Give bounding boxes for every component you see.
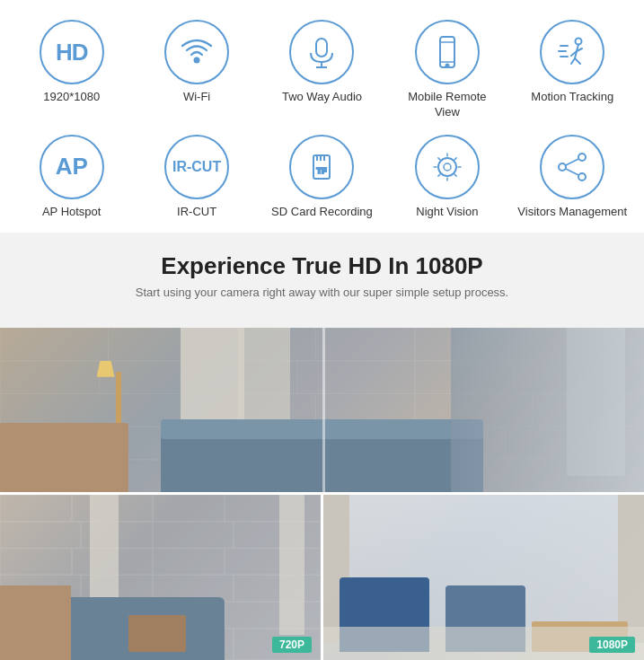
hd-icon: HD: [56, 39, 88, 66]
motion-icon-circle: [540, 20, 604, 84]
svg-line-30: [454, 174, 456, 176]
photo-comparison: 720P 1080P: [0, 328, 644, 660]
feature-twoaudio: Two Way Audio: [263, 16, 380, 124]
svg-line-29: [438, 158, 440, 160]
experience-subtitle: Start using your camera right away with …: [18, 286, 626, 299]
nightvision-icon-circle: [415, 135, 480, 199]
sdcard-icon: TF: [303, 148, 340, 186]
ircut-label: IR-CUT: [177, 205, 216, 220]
svg-point-34: [559, 163, 566, 171]
mobile-icon-circle: [415, 20, 480, 84]
feature-mobile: Mobile Remote View: [389, 16, 506, 124]
svg-rect-4: [440, 37, 454, 67]
badge-720p: 720P: [272, 637, 312, 653]
top-divider: [322, 328, 325, 493]
svg-point-0: [195, 58, 199, 63]
svg-point-23: [438, 158, 456, 176]
svg-line-32: [438, 174, 440, 176]
feature-motion: Motion Tracking: [514, 16, 631, 124]
room-bg-br: [323, 495, 644, 660]
feature-visitors: Visitors Management: [514, 131, 631, 224]
svg-line-36: [566, 159, 578, 165]
wifi-label: Wi-Fi: [183, 90, 210, 105]
svg-point-35: [578, 173, 586, 180]
feature-hd: HD 1920*1080: [13, 16, 130, 124]
hd-icon-circle: HD: [40, 20, 104, 84]
svg-line-37: [566, 169, 578, 175]
svg-point-8: [576, 39, 582, 45]
share-icon-circle: [540, 135, 604, 199]
ircut-icon: IR-CUT: [172, 159, 221, 175]
svg-line-31: [454, 158, 456, 160]
photo-720p: 720P: [0, 495, 321, 660]
sdcard-label: SD Card Recording: [271, 205, 373, 220]
ap-icon: AP: [56, 153, 88, 180]
photo-top: [0, 328, 644, 493]
ap-icon-circle: AP: [40, 135, 104, 199]
visitors-label: Visitors Management: [517, 205, 627, 220]
svg-point-24: [444, 163, 451, 171]
wifi-icon: [178, 33, 216, 71]
photo-1080p: 1080P: [323, 495, 644, 660]
ap-label: AP Hotspot: [42, 205, 101, 220]
nightvision-icon: [428, 148, 466, 186]
features-grid: HD 1920*1080 Wi-Fi: [9, 16, 635, 224]
wifi-icon-circle: [164, 20, 229, 84]
feature-nightvision: Night Vision: [389, 131, 506, 224]
svg-point-7: [446, 65, 448, 67]
twoaudio-label: Two Way Audio: [282, 90, 362, 105]
sdcard-icon-circle: TF: [289, 135, 354, 199]
svg-line-13: [575, 58, 580, 64]
nightvision-label: Night Vision: [416, 205, 478, 220]
room-bg-top: [0, 328, 644, 493]
experience-section: Experience True HD In 1080P Start using …: [0, 233, 644, 328]
room-bg-bl: [0, 495, 321, 660]
motion-label: Motion Tracking: [531, 90, 613, 105]
feature-ap: AP AP Hotspot: [13, 131, 130, 224]
feature-wifi: Wi-Fi: [138, 16, 255, 124]
share-icon: [553, 148, 591, 186]
feature-ircut: IR-CUT IR-CUT: [138, 131, 255, 224]
svg-line-12: [571, 58, 575, 64]
mic-icon: [303, 33, 340, 71]
mobile-label: Mobile Remote View: [408, 90, 486, 120]
motion-icon: [553, 33, 591, 71]
svg-text:TF: TF: [317, 166, 327, 175]
features-section: HD 1920*1080 Wi-Fi: [0, 0, 644, 233]
hd-label: 1920*1080: [43, 90, 100, 105]
svg-rect-1: [316, 39, 327, 57]
mic-icon-circle: [289, 20, 354, 84]
svg-point-33: [578, 154, 586, 161]
feature-sdcard: TF SD Card Recording: [263, 131, 380, 224]
mobile-icon: [428, 33, 466, 71]
ircut-icon-circle: IR-CUT: [164, 135, 229, 199]
badge-1080p: 1080P: [589, 637, 635, 653]
experience-title: Experience True HD In 1080P: [18, 252, 626, 280]
